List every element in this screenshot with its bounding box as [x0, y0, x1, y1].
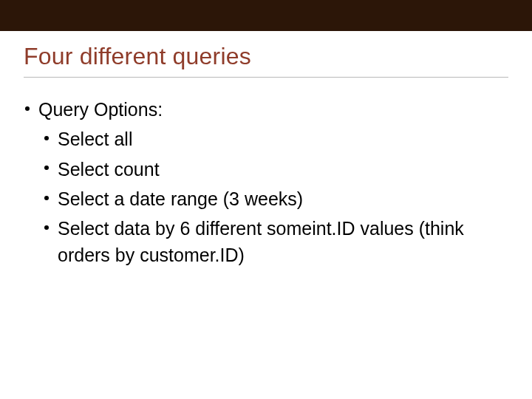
- bullet-text: Select all: [58, 129, 132, 149]
- bullet-text: Select count: [58, 159, 160, 180]
- title-underline: [24, 77, 508, 78]
- slide-body: Query Options: Select all Select count S…: [25, 96, 502, 272]
- bullet-dot-icon: [44, 196, 49, 200]
- bullet-level2: Select count: [25, 156, 502, 183]
- slide-title: Four different queries: [24, 43, 251, 70]
- slide: Four different queries Query Options: Se…: [0, 0, 532, 399]
- bullet-dot-icon: [25, 106, 30, 111]
- bullet-level2: Select all: [25, 126, 502, 152]
- bullet-level2: Select data by 6 different someint.ID va…: [25, 215, 502, 269]
- bullet-text: Query Options:: [38, 99, 163, 120]
- bullet-text: Select a date range (3 weeks): [58, 188, 303, 209]
- bullet-dot-icon: [44, 225, 49, 230]
- bullet-dot-icon: [44, 166, 49, 170]
- bullet-text: Select data by 6 different someint.ID va…: [58, 218, 464, 265]
- header-band: [0, 0, 532, 31]
- bullet-level1: Query Options:: [25, 96, 502, 123]
- bullet-dot-icon: [44, 136, 49, 140]
- bullet-level2: Select a date range (3 weeks): [25, 185, 502, 212]
